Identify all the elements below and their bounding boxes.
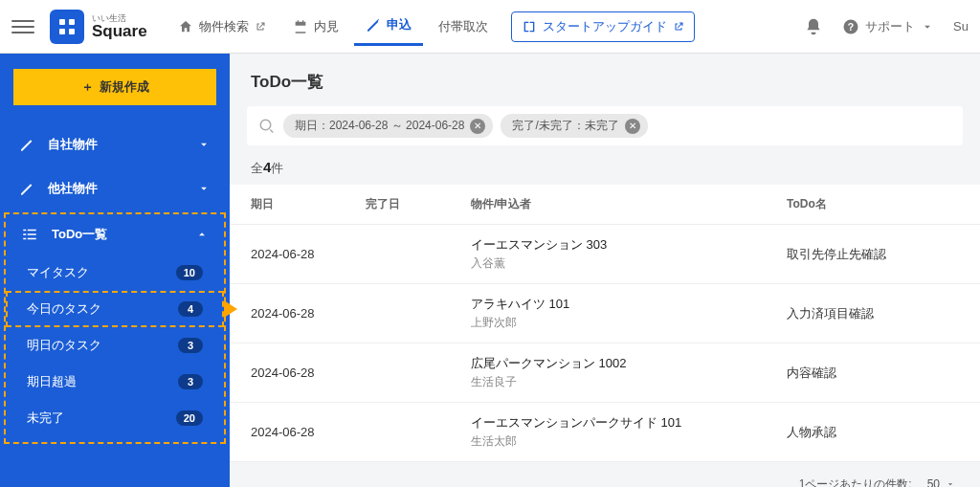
chip-label: 完了/未完了：未完了 bbox=[512, 118, 618, 134]
logo-mark-icon bbox=[50, 10, 84, 44]
list-icon bbox=[21, 226, 38, 243]
nav-application[interactable]: 申込 bbox=[354, 7, 423, 46]
result-count: 全4件 bbox=[230, 159, 980, 185]
section-label: 自社物件 bbox=[48, 136, 197, 153]
external-icon bbox=[673, 21, 684, 33]
startup-label: スタートアップガイド bbox=[543, 18, 667, 35]
startup-guide-button[interactable]: スタートアップガイド bbox=[511, 11, 695, 42]
cell-property: イーエスマンションパークサイド 101生活太郎 bbox=[471, 414, 787, 450]
applicant-name: 上野次郎 bbox=[471, 315, 787, 331]
nav-label: 内見 bbox=[314, 18, 339, 35]
sidebar-section-todo[interactable]: ToDo一覧 bbox=[6, 214, 224, 255]
header: いい生活 Square 物件検索 内見 申込 付帯取次 スタートアップガイド bbox=[0, 0, 980, 54]
sub-label: 期日超過 bbox=[27, 373, 178, 390]
chevron-down-icon bbox=[197, 138, 211, 151]
pager-label: 1ページあたりの件数: bbox=[799, 476, 912, 487]
chip-label: 期日：2024-06-28 ～ 2024-06-28 bbox=[295, 118, 464, 134]
chevron-down-icon bbox=[946, 479, 955, 487]
nav-viewing[interactable]: 内見 bbox=[281, 9, 350, 45]
count-badge: 3 bbox=[178, 338, 203, 353]
plus-icon: ＋ bbox=[81, 78, 94, 96]
search-bar[interactable]: 期日：2024-06-28 ～ 2024-06-28 ✕ 完了/未完了：未完了 … bbox=[247, 106, 963, 145]
logo[interactable]: いい生活 Square bbox=[50, 10, 147, 44]
main-content: ToDo一覧 期日：2024-06-28 ～ 2024-06-28 ✕ 完了/未… bbox=[230, 54, 980, 487]
count-badge: 4 bbox=[178, 301, 203, 317]
sidebar-section-own[interactable]: 自社物件 bbox=[0, 122, 230, 166]
cell-due: 2024-06-28 bbox=[251, 306, 366, 321]
sidebar-item-today[interactable]: 今日のタスク 4 bbox=[6, 291, 224, 327]
nav-property-search[interactable]: 物件検索 bbox=[167, 9, 278, 45]
new-create-button[interactable]: ＋ 新規作成 bbox=[13, 69, 216, 105]
support-menu[interactable]: ? サポート bbox=[842, 18, 934, 35]
col-due[interactable]: 期日 bbox=[251, 196, 366, 212]
svg-rect-2 bbox=[59, 29, 65, 34]
top-nav: 物件検索 内見 申込 付帯取次 スタートアップガイド bbox=[167, 7, 695, 46]
cell-todo: 入力済項目確認 bbox=[787, 305, 959, 322]
table-row[interactable]: 2024-06-28広尾パークマンション 1002生活良子内容確認 bbox=[230, 343, 980, 403]
applicant-name: 生活良子 bbox=[471, 374, 787, 390]
col-property[interactable]: 物件/申込者 bbox=[471, 196, 787, 212]
property-name: イーエスマンションパークサイド 101 bbox=[471, 414, 787, 432]
applicant-name: 入谷薫 bbox=[471, 255, 787, 272]
property-name: イーエスマンション 303 bbox=[471, 236, 787, 254]
cell-due: 2024-06-28 bbox=[251, 247, 366, 261]
sidebar-item-tomorrow[interactable]: 明日のタスク 3 bbox=[6, 327, 224, 364]
sub-label: 明日のタスク bbox=[27, 337, 178, 354]
page-size-select[interactable]: 50 bbox=[924, 476, 959, 487]
cell-due: 2024-06-28 bbox=[251, 425, 366, 439]
count-badge: 3 bbox=[178, 374, 203, 389]
support-label: サポート bbox=[865, 18, 915, 35]
chevron-up-icon bbox=[195, 228, 209, 241]
table-row[interactable]: 2024-06-28アラキハイツ 101上野次郎入力済項目確認 bbox=[230, 284, 980, 343]
nav-label: 物件検索 bbox=[199, 18, 249, 35]
sub-label: 未完了 bbox=[27, 410, 176, 427]
close-icon[interactable]: ✕ bbox=[470, 119, 485, 134]
property-name: アラキハイツ 101 bbox=[471, 296, 787, 313]
section-label: ToDo一覧 bbox=[52, 226, 195, 243]
external-icon bbox=[255, 21, 266, 33]
chevron-down-icon bbox=[197, 182, 211, 195]
svg-rect-1 bbox=[69, 19, 75, 25]
svg-rect-3 bbox=[69, 29, 75, 34]
feather-icon bbox=[19, 137, 34, 152]
section-label: 他社物件 bbox=[48, 180, 197, 197]
close-icon[interactable]: ✕ bbox=[625, 119, 640, 134]
sidebar-item-incomplete[interactable]: 未完了 20 bbox=[6, 400, 224, 436]
sidebar-item-mytask[interactable]: マイタスク 10 bbox=[6, 255, 224, 291]
table-row[interactable]: 2024-06-28イーエスマンションパークサイド 101生活太郎人物承認 bbox=[230, 403, 980, 462]
cell-property: アラキハイツ 101上野次郎 bbox=[471, 296, 787, 331]
table-header: 期日 完了日 物件/申込者 ToDo名 bbox=[230, 185, 980, 225]
sub-label: 今日のタスク bbox=[27, 300, 178, 318]
table-row[interactable]: 2024-06-28イーエスマンション 303入谷薫取引先停止先確認 bbox=[230, 225, 980, 284]
sidebar-item-overdue[interactable]: 期日超過 3 bbox=[6, 364, 224, 400]
col-todo[interactable]: ToDo名 bbox=[787, 196, 959, 212]
nav-ancillary[interactable]: 付帯取次 bbox=[427, 9, 500, 45]
property-name: 広尾パークマンション 1002 bbox=[471, 355, 787, 372]
filter-chip-status[interactable]: 完了/未完了：未完了 ✕ bbox=[501, 114, 647, 138]
nav-label: 付帯取次 bbox=[438, 18, 488, 35]
pager: 1ページあたりの件数: 50 bbox=[230, 462, 980, 487]
user-initial[interactable]: Su bbox=[953, 19, 969, 33]
nav-label: 申込 bbox=[387, 16, 412, 33]
applicant-name: 生活太郎 bbox=[471, 433, 787, 450]
svg-rect-0 bbox=[59, 19, 65, 25]
new-label: 新規作成 bbox=[100, 78, 149, 96]
pointer-icon bbox=[224, 300, 237, 318]
bell-icon[interactable] bbox=[804, 17, 823, 36]
feather-icon bbox=[19, 181, 34, 196]
cell-todo: 内容確認 bbox=[787, 365, 959, 382]
count-badge: 20 bbox=[176, 410, 203, 426]
filter-chip-date[interactable]: 期日：2024-06-28 ～ 2024-06-28 ✕ bbox=[283, 114, 493, 138]
cell-due: 2024-06-28 bbox=[251, 365, 366, 380]
logo-title: Square bbox=[92, 23, 147, 39]
todo-table: 期日 完了日 物件/申込者 ToDo名 2024-06-28イーエスマンション … bbox=[230, 185, 980, 462]
page-title: ToDo一覧 bbox=[230, 54, 980, 106]
cell-todo: 取引先停止先確認 bbox=[787, 246, 959, 263]
chevron-down-icon bbox=[921, 20, 934, 33]
col-done[interactable]: 完了日 bbox=[366, 196, 471, 212]
sub-label: マイタスク bbox=[27, 264, 176, 281]
count-badge: 10 bbox=[176, 265, 203, 280]
svg-text:?: ? bbox=[848, 20, 854, 32]
sidebar-section-other[interactable]: 他社物件 bbox=[0, 166, 230, 210]
menu-icon[interactable] bbox=[11, 15, 34, 38]
